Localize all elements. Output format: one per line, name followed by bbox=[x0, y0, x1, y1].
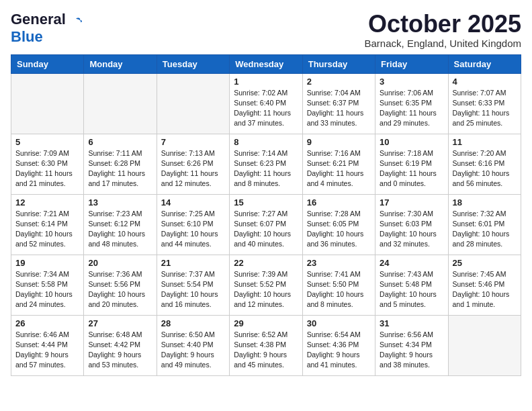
day-number: 12 bbox=[15, 197, 79, 208]
day-number: 14 bbox=[161, 197, 225, 208]
calendar-day-cell: 10Sunrise: 7:18 AM Sunset: 6:19 PM Dayli… bbox=[375, 134, 448, 194]
day-info: Sunrise: 7:02 AM Sunset: 6:40 PM Dayligh… bbox=[234, 88, 298, 129]
calendar-week-row: 1Sunrise: 7:02 AM Sunset: 6:40 PM Daylig… bbox=[11, 73, 521, 134]
calendar-day-cell: 5Sunrise: 7:09 AM Sunset: 6:30 PM Daylig… bbox=[11, 134, 84, 194]
day-info: Sunrise: 7:11 AM Sunset: 6:28 PM Dayligh… bbox=[88, 148, 152, 189]
day-info: Sunrise: 7:30 AM Sunset: 6:03 PM Dayligh… bbox=[380, 209, 443, 250]
day-number: 16 bbox=[307, 197, 371, 208]
day-info: Sunrise: 6:56 AM Sunset: 4:34 PM Dayligh… bbox=[380, 330, 443, 371]
calendar-day-cell: 29Sunrise: 6:52 AM Sunset: 4:38 PM Dayli… bbox=[230, 315, 302, 375]
calendar-week-row: 26Sunrise: 6:46 AM Sunset: 4:44 PM Dayli… bbox=[11, 315, 521, 375]
location: Barnack, England, United Kingdom bbox=[365, 38, 521, 49]
day-of-week-header: Friday bbox=[375, 54, 448, 73]
calendar-day-cell: 18Sunrise: 7:32 AM Sunset: 6:01 PM Dayli… bbox=[448, 194, 521, 255]
day-number: 30 bbox=[307, 318, 371, 328]
day-number: 6 bbox=[88, 137, 152, 147]
calendar-day-cell: 20Sunrise: 7:36 AM Sunset: 5:56 PM Dayli… bbox=[84, 255, 157, 315]
calendar-day-cell bbox=[11, 73, 84, 134]
day-number: 29 bbox=[234, 318, 298, 328]
calendar-day-cell: 13Sunrise: 7:23 AM Sunset: 6:12 PM Dayli… bbox=[84, 194, 157, 255]
calendar-day-cell: 26Sunrise: 6:46 AM Sunset: 4:44 PM Dayli… bbox=[11, 315, 84, 375]
calendar-table: SundayMondayTuesdayWednesdayThursdayFrid… bbox=[11, 54, 521, 376]
calendar-day-cell: 19Sunrise: 7:34 AM Sunset: 5:58 PM Dayli… bbox=[11, 255, 84, 315]
calendar-day-cell bbox=[448, 315, 521, 375]
calendar-day-cell: 17Sunrise: 7:30 AM Sunset: 6:03 PM Dayli… bbox=[375, 194, 448, 255]
day-info: Sunrise: 7:36 AM Sunset: 5:56 PM Dayligh… bbox=[88, 269, 152, 310]
calendar-day-cell bbox=[84, 73, 157, 134]
day-of-week-header: Thursday bbox=[302, 54, 375, 73]
day-number: 22 bbox=[234, 258, 298, 268]
day-number: 13 bbox=[88, 197, 152, 208]
day-info: Sunrise: 7:27 AM Sunset: 6:07 PM Dayligh… bbox=[234, 209, 298, 250]
calendar-day-cell: 22Sunrise: 7:39 AM Sunset: 5:52 PM Dayli… bbox=[230, 255, 302, 315]
calendar-day-cell: 16Sunrise: 7:28 AM Sunset: 6:05 PM Dayli… bbox=[302, 194, 375, 255]
calendar-day-cell: 27Sunrise: 6:48 AM Sunset: 4:42 PM Dayli… bbox=[84, 315, 157, 375]
day-number: 3 bbox=[380, 77, 443, 87]
day-info: Sunrise: 6:46 AM Sunset: 4:44 PM Dayligh… bbox=[15, 330, 79, 371]
calendar-day-cell: 23Sunrise: 7:41 AM Sunset: 5:50 PM Dayli… bbox=[302, 255, 375, 315]
day-number: 28 bbox=[161, 318, 225, 328]
day-info: Sunrise: 7:09 AM Sunset: 6:30 PM Dayligh… bbox=[15, 148, 79, 189]
calendar-day-cell: 4Sunrise: 7:07 AM Sunset: 6:33 PM Daylig… bbox=[448, 73, 521, 134]
calendar-day-cell: 8Sunrise: 7:14 AM Sunset: 6:23 PM Daylig… bbox=[230, 134, 302, 194]
calendar-day-cell: 15Sunrise: 7:27 AM Sunset: 6:07 PM Dayli… bbox=[230, 194, 302, 255]
day-info: Sunrise: 7:16 AM Sunset: 6:21 PM Dayligh… bbox=[307, 148, 371, 189]
day-number: 19 bbox=[15, 258, 79, 268]
page-header: General Blue October 2025 Barnack, Engla… bbox=[11, 11, 521, 49]
calendar-week-row: 5Sunrise: 7:09 AM Sunset: 6:30 PM Daylig… bbox=[11, 134, 521, 194]
day-info: Sunrise: 7:06 AM Sunset: 6:35 PM Dayligh… bbox=[380, 88, 443, 129]
day-number: 15 bbox=[234, 197, 298, 208]
day-number: 7 bbox=[161, 137, 225, 147]
day-info: Sunrise: 7:13 AM Sunset: 6:26 PM Dayligh… bbox=[161, 148, 225, 189]
calendar-week-row: 12Sunrise: 7:21 AM Sunset: 6:14 PM Dayli… bbox=[11, 194, 521, 255]
calendar-day-cell: 1Sunrise: 7:02 AM Sunset: 6:40 PM Daylig… bbox=[230, 73, 302, 134]
day-info: Sunrise: 7:34 AM Sunset: 5:58 PM Dayligh… bbox=[15, 269, 79, 310]
day-number: 24 bbox=[380, 258, 443, 268]
day-number: 25 bbox=[453, 258, 517, 268]
day-info: Sunrise: 6:48 AM Sunset: 4:42 PM Dayligh… bbox=[88, 330, 152, 371]
day-number: 17 bbox=[380, 197, 443, 208]
day-info: Sunrise: 7:21 AM Sunset: 6:14 PM Dayligh… bbox=[15, 209, 79, 250]
day-number: 20 bbox=[88, 258, 152, 268]
logo-blue: Blue bbox=[11, 28, 43, 45]
calendar-day-cell: 24Sunrise: 7:43 AM Sunset: 5:48 PM Dayli… bbox=[375, 255, 448, 315]
calendar-day-cell: 2Sunrise: 7:04 AM Sunset: 6:37 PM Daylig… bbox=[302, 73, 375, 134]
calendar-day-cell: 31Sunrise: 6:56 AM Sunset: 4:34 PM Dayli… bbox=[375, 315, 448, 375]
calendar-day-cell: 25Sunrise: 7:45 AM Sunset: 5:46 PM Dayli… bbox=[448, 255, 521, 315]
day-number: 11 bbox=[453, 137, 517, 147]
day-info: Sunrise: 7:25 AM Sunset: 6:10 PM Dayligh… bbox=[161, 209, 225, 250]
day-number: 21 bbox=[161, 258, 225, 268]
day-number: 10 bbox=[380, 137, 443, 147]
day-number: 1 bbox=[234, 77, 298, 87]
day-info: Sunrise: 7:32 AM Sunset: 6:01 PM Dayligh… bbox=[453, 209, 517, 250]
calendar-day-cell: 11Sunrise: 7:20 AM Sunset: 6:16 PM Dayli… bbox=[448, 134, 521, 194]
day-info: Sunrise: 6:54 AM Sunset: 4:36 PM Dayligh… bbox=[307, 330, 371, 371]
day-info: Sunrise: 7:18 AM Sunset: 6:19 PM Dayligh… bbox=[380, 148, 443, 189]
day-info: Sunrise: 7:43 AM Sunset: 5:48 PM Dayligh… bbox=[380, 269, 443, 310]
month-title: October 2025 bbox=[365, 11, 521, 38]
day-number: 9 bbox=[307, 137, 371, 147]
calendar-header-row: SundayMondayTuesdayWednesdayThursdayFrid… bbox=[11, 54, 521, 73]
title-section: October 2025 Barnack, England, United Ki… bbox=[365, 11, 521, 49]
calendar-day-cell: 9Sunrise: 7:16 AM Sunset: 6:21 PM Daylig… bbox=[302, 134, 375, 194]
day-info: Sunrise: 7:45 AM Sunset: 5:46 PM Dayligh… bbox=[453, 269, 517, 310]
calendar-day-cell: 6Sunrise: 7:11 AM Sunset: 6:28 PM Daylig… bbox=[84, 134, 157, 194]
day-number: 18 bbox=[453, 197, 517, 208]
day-info: Sunrise: 7:14 AM Sunset: 6:23 PM Dayligh… bbox=[234, 148, 298, 189]
day-info: Sunrise: 7:23 AM Sunset: 6:12 PM Dayligh… bbox=[88, 209, 152, 250]
calendar-day-cell: 30Sunrise: 6:54 AM Sunset: 4:36 PM Dayli… bbox=[302, 315, 375, 375]
day-info: Sunrise: 7:41 AM Sunset: 5:50 PM Dayligh… bbox=[307, 269, 371, 310]
day-of-week-header: Saturday bbox=[448, 54, 521, 73]
day-number: 23 bbox=[307, 258, 371, 268]
day-of-week-header: Tuesday bbox=[157, 54, 229, 73]
day-number: 4 bbox=[453, 77, 517, 87]
day-info: Sunrise: 7:28 AM Sunset: 6:05 PM Dayligh… bbox=[307, 209, 371, 250]
calendar-day-cell: 14Sunrise: 7:25 AM Sunset: 6:10 PM Dayli… bbox=[157, 194, 229, 255]
calendar-day-cell: 3Sunrise: 7:06 AM Sunset: 6:35 PM Daylig… bbox=[375, 73, 448, 134]
day-info: Sunrise: 7:39 AM Sunset: 5:52 PM Dayligh… bbox=[234, 269, 298, 310]
calendar-day-cell: 21Sunrise: 7:37 AM Sunset: 5:54 PM Dayli… bbox=[157, 255, 229, 315]
day-number: 5 bbox=[15, 137, 79, 147]
day-number: 26 bbox=[15, 318, 79, 328]
day-number: 27 bbox=[88, 318, 152, 328]
day-info: Sunrise: 7:20 AM Sunset: 6:16 PM Dayligh… bbox=[453, 148, 517, 189]
